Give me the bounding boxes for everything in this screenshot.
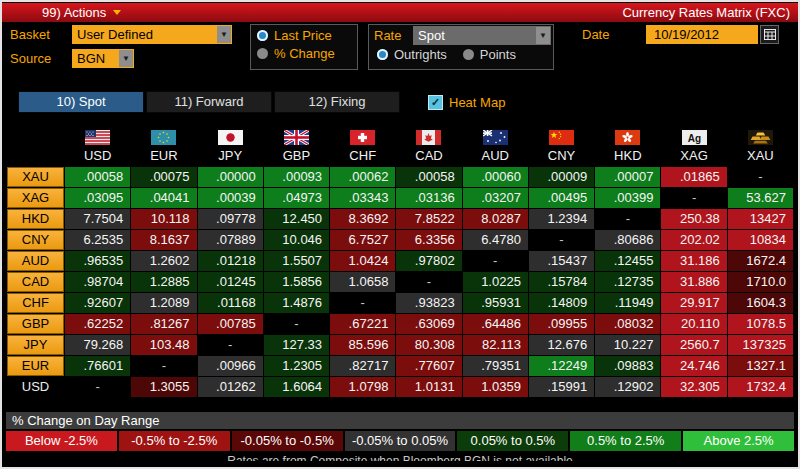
actions-menu[interactable]: 99) Actions	[42, 5, 121, 20]
cell-cad-cad[interactable]: -	[396, 272, 461, 292]
cell-jpy-jpy[interactable]: -	[198, 335, 263, 355]
cell-gbp-eur[interactable]: .81267	[131, 314, 196, 334]
dropdown-arrow-icon[interactable]: ▼	[536, 27, 550, 44]
cell-xag-cny[interactable]: .00495	[529, 188, 594, 208]
cell-xag-xag[interactable]: -	[661, 188, 726, 208]
cell-gbp-chf[interactable]: .67221	[330, 314, 395, 334]
cell-jpy-aud[interactable]: 82.113	[463, 335, 528, 355]
cell-cny-aud[interactable]: 6.4780	[463, 230, 528, 250]
cell-usd-xag[interactable]: 32.305	[661, 377, 726, 397]
cell-chf-cad[interactable]: .93823	[396, 293, 461, 313]
cell-usd-usd[interactable]: -	[65, 377, 130, 397]
cell-jpy-gbp[interactable]: 127.33	[264, 335, 329, 355]
row-label-jpy[interactable]: JPY	[7, 335, 64, 355]
cell-usd-hkd[interactable]: .12902	[595, 377, 660, 397]
cell-chf-xau[interactable]: 1604.3	[728, 293, 793, 313]
cell-jpy-cny[interactable]: 12.676	[529, 335, 594, 355]
cell-cad-aud[interactable]: 1.0225	[463, 272, 528, 292]
cell-eur-cad[interactable]: .77607	[396, 356, 461, 376]
cell-jpy-usd[interactable]: 79.268	[65, 335, 130, 355]
cell-eur-usd[interactable]: .76601	[65, 356, 130, 376]
row-label-chf[interactable]: CHF	[7, 293, 64, 313]
cell-hkd-jpy[interactable]: .09778	[198, 209, 263, 229]
cell-gbp-aud[interactable]: .64486	[463, 314, 528, 334]
cell-xau-hkd[interactable]: .00007	[595, 167, 660, 187]
cell-eur-jpy[interactable]: .00966	[198, 356, 263, 376]
cell-aud-eur[interactable]: 1.2602	[131, 251, 196, 271]
cell-aud-gbp[interactable]: 1.5507	[264, 251, 329, 271]
cell-eur-eur[interactable]: -	[131, 356, 196, 376]
cell-cad-eur[interactable]: 1.2885	[131, 272, 196, 292]
cell-cad-hkd[interactable]: .12735	[595, 272, 660, 292]
cell-cny-xau[interactable]: 10834	[728, 230, 793, 250]
cell-xag-aud[interactable]: .03207	[463, 188, 528, 208]
cell-aud-xau[interactable]: 1672.4	[728, 251, 793, 271]
cell-xag-hkd[interactable]: .00399	[595, 188, 660, 208]
cell-gbp-jpy[interactable]: .00785	[198, 314, 263, 334]
cell-eur-aud[interactable]: .79351	[463, 356, 528, 376]
cell-hkd-eur[interactable]: 10.118	[131, 209, 196, 229]
tab-10-spot[interactable]: 10) Spot	[18, 91, 144, 113]
cell-usd-cad[interactable]: 1.0131	[396, 377, 461, 397]
calendar-button[interactable]	[760, 25, 779, 44]
cell-hkd-xau[interactable]: 13427	[728, 209, 793, 229]
cell-cny-xag[interactable]: 202.02	[661, 230, 726, 250]
cell-xau-cad[interactable]: .00058	[396, 167, 461, 187]
cell-xau-usd[interactable]: .00058	[65, 167, 130, 187]
cell-xau-aud[interactable]: .00060	[463, 167, 528, 187]
cell-aud-chf[interactable]: 1.0424	[330, 251, 395, 271]
cell-cny-usd[interactable]: 6.2535	[65, 230, 130, 250]
row-label-gbp[interactable]: GBP	[7, 314, 64, 334]
cell-chf-aud[interactable]: .95931	[463, 293, 528, 313]
cell-gbp-xau[interactable]: 1078.5	[728, 314, 793, 334]
cell-cad-xau[interactable]: 1710.0	[728, 272, 793, 292]
cell-usd-eur[interactable]: 1.3055	[131, 377, 196, 397]
cell-aud-xag[interactable]: 31.186	[661, 251, 726, 271]
cell-usd-xau[interactable]: 1732.4	[728, 377, 793, 397]
cell-xag-cad[interactable]: .03136	[396, 188, 461, 208]
cell-cny-chf[interactable]: 6.7527	[330, 230, 395, 250]
cell-gbp-gbp[interactable]: -	[264, 314, 329, 334]
radio-last-price[interactable]	[257, 30, 268, 41]
cell-cny-gbp[interactable]: 10.046	[264, 230, 329, 250]
cell-cad-gbp[interactable]: 1.5856	[264, 272, 329, 292]
cell-xag-jpy[interactable]: .00039	[198, 188, 263, 208]
cell-gbp-cny[interactable]: .09955	[529, 314, 594, 334]
cell-eur-gbp[interactable]: 1.2305	[264, 356, 329, 376]
cell-jpy-chf[interactable]: 85.596	[330, 335, 395, 355]
cell-usd-aud[interactable]: 1.0359	[463, 377, 528, 397]
cell-eur-cny[interactable]: .12249	[529, 356, 594, 376]
heat-map-checkbox[interactable]: ✓	[428, 95, 443, 110]
cell-cny-cny[interactable]: -	[529, 230, 594, 250]
row-label-xau[interactable]: XAU	[7, 167, 64, 187]
cell-jpy-hkd[interactable]: 10.227	[595, 335, 660, 355]
cell-cny-hkd[interactable]: .80686	[595, 230, 660, 250]
cell-cad-chf[interactable]: 1.0658	[330, 272, 395, 292]
cell-hkd-chf[interactable]: 8.3692	[330, 209, 395, 229]
cell-jpy-xau[interactable]: 137325	[728, 335, 793, 355]
cell-cny-eur[interactable]: 8.1637	[131, 230, 196, 250]
radio-outrights[interactable]	[377, 49, 388, 60]
cell-cad-cny[interactable]: .15784	[529, 272, 594, 292]
cell-gbp-hkd[interactable]: .08032	[595, 314, 660, 334]
tab-12-fixing[interactable]: 12) Fixing	[274, 91, 400, 113]
cell-xag-chf[interactable]: .03343	[330, 188, 395, 208]
cell-aud-usd[interactable]: .96535	[65, 251, 130, 271]
cell-hkd-cad[interactable]: 7.8522	[396, 209, 461, 229]
cell-chf-usd[interactable]: .92607	[65, 293, 130, 313]
cell-cny-jpy[interactable]: .07889	[198, 230, 263, 250]
cell-cad-usd[interactable]: .98704	[65, 272, 130, 292]
cell-hkd-cny[interactable]: 1.2394	[529, 209, 594, 229]
cell-aud-cad[interactable]: .97802	[396, 251, 461, 271]
cell-aud-aud[interactable]: -	[463, 251, 528, 271]
cell-xau-gbp[interactable]: .00093	[264, 167, 329, 187]
rate-dropdown[interactable]: Spot ▼	[413, 26, 551, 45]
cell-xag-gbp[interactable]: .04973	[264, 188, 329, 208]
cell-gbp-usd[interactable]: .62252	[65, 314, 130, 334]
cell-usd-gbp[interactable]: 1.6064	[264, 377, 329, 397]
cell-xau-xag[interactable]: .01865	[661, 167, 726, 187]
cell-hkd-gbp[interactable]: 12.450	[264, 209, 329, 229]
cell-gbp-cad[interactable]: .63069	[396, 314, 461, 334]
cell-jpy-xag[interactable]: 2560.7	[661, 335, 726, 355]
cell-eur-xag[interactable]: 24.746	[661, 356, 726, 376]
